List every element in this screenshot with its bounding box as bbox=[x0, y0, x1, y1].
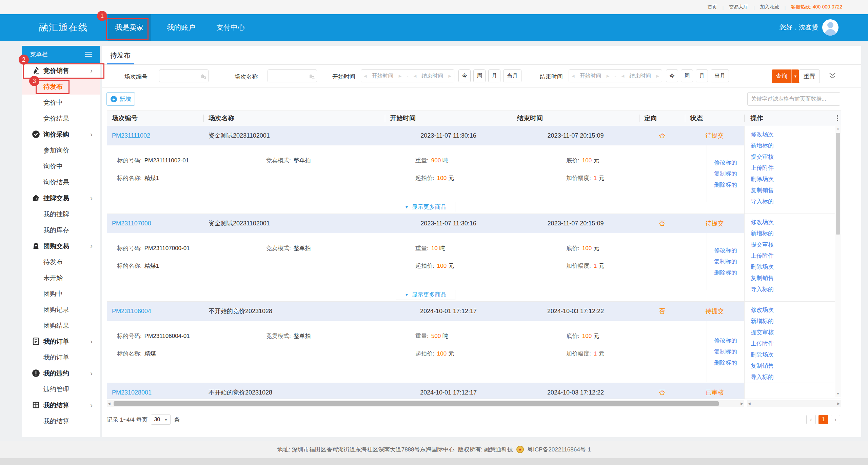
sidebar-item-my-settlement[interactable]: 我的结算 bbox=[22, 413, 100, 429]
sidebar-item-default-management[interactable]: 违约管理 bbox=[22, 381, 100, 397]
modify-item-link[interactable]: 修改标的 bbox=[707, 159, 744, 166]
next-arrow-icon[interactable]: ▶ bbox=[607, 74, 609, 78]
sidebar-group-group-buy[interactable]: T 团购交易 › bbox=[22, 238, 100, 254]
show-more-items-button[interactable]: ▼ 显示更多商品 bbox=[396, 202, 456, 212]
sidebar-item-gb-records[interactable]: 团购记录 bbox=[22, 302, 100, 318]
session-no-link[interactable]: PM231107000 bbox=[112, 220, 151, 227]
next-page-button[interactable]: › bbox=[831, 415, 840, 424]
sidebar-item-gb-in-progress[interactable]: 团购中 bbox=[22, 286, 100, 302]
prev-page-button[interactable]: ‹ bbox=[806, 415, 816, 424]
delete-item-link[interactable]: 删除标的 bbox=[707, 359, 744, 367]
sidebar-item-bidding[interactable]: 竞价中 bbox=[22, 95, 100, 110]
sidebar-item-inquiry-result[interactable]: 询价结果 bbox=[22, 174, 100, 190]
keyword-filter-input[interactable] bbox=[747, 92, 840, 106]
import-items-link[interactable]: 导入标的 bbox=[751, 284, 834, 295]
import-items-link[interactable]: 导入标的 bbox=[751, 196, 834, 207]
query-button[interactable]: 查询 ▼ bbox=[772, 69, 799, 83]
collapse-filters-icon[interactable] bbox=[828, 72, 836, 80]
quick-current-month-button[interactable]: 当月 bbox=[711, 69, 729, 82]
sidebar-item-bid-result[interactable]: 竞价结果 bbox=[22, 110, 100, 126]
session-no-link[interactable]: PM231111002 bbox=[112, 132, 150, 139]
end-time-range-picker[interactable]: ◀ 开始时间 ▶ - ◀ 结束时间 ▶ bbox=[569, 69, 662, 82]
page-size-select[interactable]: 30 ▼ bbox=[151, 415, 171, 425]
modify-item-link[interactable]: 修改标的 bbox=[707, 337, 744, 344]
prev-arrow-icon[interactable]: ◀ bbox=[364, 74, 367, 78]
delete-item-link[interactable]: 删除标的 bbox=[707, 181, 744, 189]
quick-week-button[interactable]: 周 bbox=[681, 69, 693, 82]
modify-item-link[interactable]: 修改标的 bbox=[707, 246, 744, 254]
sidebar-item-gb-result[interactable]: 团购结果 bbox=[22, 318, 100, 333]
add-button[interactable]: + 新增 bbox=[106, 92, 135, 106]
scroll-left-icon[interactable]: ◀ bbox=[108, 402, 111, 405]
scroll-right-icon[interactable]: ▶ bbox=[741, 402, 743, 405]
reset-button[interactable]: 重置 bbox=[799, 69, 820, 83]
add-item-link[interactable]: 新增标的 bbox=[751, 228, 834, 239]
sidebar-item-join-inquiry[interactable]: 参加询价 bbox=[22, 142, 100, 158]
delete-item-link[interactable]: 删除标的 bbox=[707, 269, 744, 277]
quick-week-button[interactable]: 周 bbox=[473, 69, 486, 82]
scroll-up-icon[interactable]: ▲ bbox=[835, 127, 841, 130]
delete-session-link[interactable]: 删除场次 bbox=[751, 349, 834, 360]
submit-review-link[interactable]: 提交审核 bbox=[751, 151, 834, 162]
copy-item-link[interactable]: 复制标的 bbox=[707, 170, 744, 178]
delete-session-link[interactable]: 删除场次 bbox=[751, 174, 834, 185]
topbar-link-home[interactable]: 首页 bbox=[708, 4, 717, 10]
quick-today-button[interactable]: 今 bbox=[666, 69, 678, 82]
start-time-range-picker[interactable]: ◀ 开始时间 ▶ - ◀ 结束时间 ▶ bbox=[361, 69, 454, 82]
scroll-right-icon[interactable]: ▶ bbox=[837, 402, 840, 405]
sidebar-item-pending-publish[interactable]: 待发布 bbox=[22, 79, 100, 95]
sidebar-group-my-default[interactable]: 我的违约 › bbox=[22, 365, 100, 381]
topbar-link-favorite[interactable]: 加入收藏 bbox=[760, 4, 779, 10]
hamburger-icon[interactable] bbox=[85, 52, 92, 57]
sidebar-item-gb-pending-publish[interactable]: 待发布 bbox=[22, 254, 100, 270]
sidebar-group-inquiry-purchase[interactable]: 询价采购 › bbox=[22, 126, 100, 142]
add-item-link[interactable]: 新增标的 bbox=[751, 316, 834, 327]
import-items-link[interactable]: 导入标的 bbox=[751, 371, 834, 383]
prev-arrow-icon[interactable]: ◀ bbox=[572, 74, 574, 78]
next-arrow-icon[interactable]: ▶ bbox=[448, 74, 451, 78]
session-no-link[interactable]: PM231028001 bbox=[112, 389, 152, 396]
actions-horizontal-scrollbar[interactable]: ◀ ▶ bbox=[747, 400, 841, 407]
upload-attachment-link[interactable]: 上传附件 bbox=[751, 250, 834, 261]
session-no-input[interactable] bbox=[159, 69, 209, 82]
modify-session-link[interactable]: 修改场次 bbox=[751, 304, 834, 316]
table-vertical-scrollbar[interactable]: ▲ ▼ bbox=[835, 125, 841, 397]
modify-session-link[interactable]: 修改场次 bbox=[751, 129, 834, 140]
next-arrow-icon[interactable]: ▶ bbox=[399, 74, 401, 78]
modify-session-link[interactable]: 修改场次 bbox=[751, 217, 834, 228]
sidebar-item-my-listing[interactable]: 我的挂牌 bbox=[22, 206, 100, 222]
upload-attachment-link[interactable]: 上传附件 bbox=[751, 338, 834, 349]
sidebar-group-listing-trade[interactable]: 挂牌交易 › bbox=[22, 190, 100, 206]
quick-month-button[interactable]: 月 bbox=[696, 69, 708, 82]
copy-item-link[interactable]: 复制标的 bbox=[707, 258, 744, 265]
prev-arrow-icon[interactable]: ◀ bbox=[622, 74, 624, 78]
submit-review-link[interactable]: 提交审核 bbox=[751, 239, 834, 250]
user-avatar[interactable] bbox=[822, 19, 839, 36]
sidebar-item-gb-not-started[interactable]: 未开始 bbox=[22, 270, 100, 286]
copy-sale-link[interactable]: 复制销售 bbox=[751, 272, 834, 284]
scroll-down-icon[interactable]: ▼ bbox=[835, 392, 841, 396]
quick-month-button[interactable]: 月 bbox=[488, 69, 500, 82]
session-no-link[interactable]: PM231106004 bbox=[112, 308, 151, 315]
nav-tab-seller[interactable]: 我是卖家 bbox=[108, 14, 151, 41]
show-more-items-button[interactable]: ▼ 显示更多商品 bbox=[396, 290, 456, 300]
copy-sale-link[interactable]: 复制销售 bbox=[751, 185, 834, 196]
session-name-input[interactable] bbox=[268, 69, 317, 82]
scrollbar-thumb[interactable] bbox=[114, 401, 719, 406]
copy-item-link[interactable]: 复制标的 bbox=[707, 348, 744, 356]
delete-session-link[interactable]: 删除场次 bbox=[751, 261, 834, 272]
topbar-link-trading-hall[interactable]: 交易大厅 bbox=[729, 4, 748, 10]
sidebar-item-inquiring[interactable]: 询价中 bbox=[22, 158, 100, 174]
quick-current-month-button[interactable]: 当月 bbox=[503, 69, 521, 82]
nav-tab-payment[interactable]: 支付中心 bbox=[212, 14, 249, 41]
sidebar-item-my-orders[interactable]: 我的订单 bbox=[22, 349, 100, 365]
page-1-button[interactable]: 1 bbox=[818, 415, 828, 424]
tab-pending-publish[interactable]: 待发布 bbox=[107, 46, 134, 64]
quick-today-button[interactable]: 今 bbox=[458, 69, 471, 82]
submit-review-link[interactable]: 提交审核 bbox=[751, 327, 834, 338]
query-dropdown-caret-icon[interactable]: ▼ bbox=[791, 69, 799, 83]
column-settings-icon[interactable] bbox=[837, 115, 838, 117]
sidebar-group-my-orders[interactable]: 我的订单 › bbox=[22, 333, 100, 349]
sidebar-item-my-inventory[interactable]: 我的库存 bbox=[22, 222, 100, 238]
nav-tab-account[interactable]: 我的账户 bbox=[162, 14, 200, 41]
